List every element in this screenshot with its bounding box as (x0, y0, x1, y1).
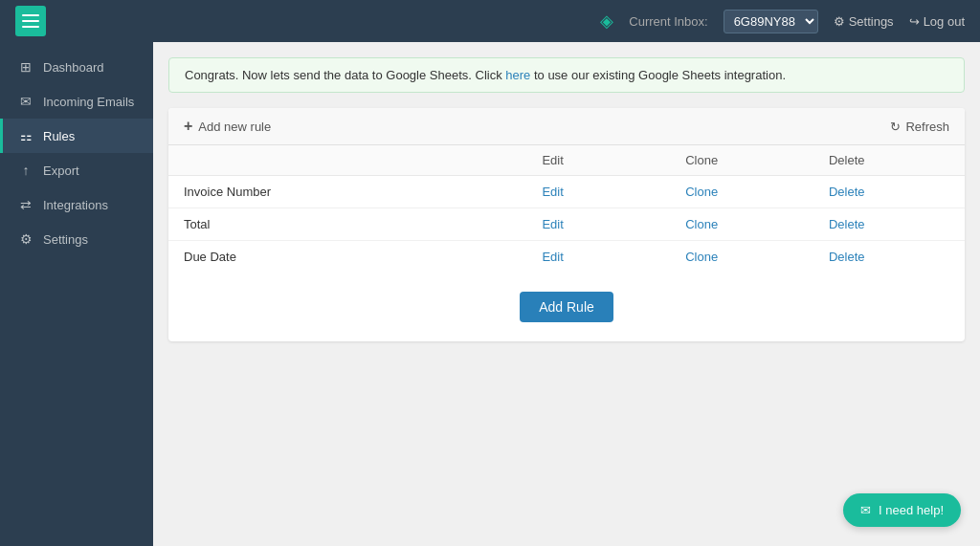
sidebar: ⊞ Dashboard ✉ Incoming Emails ⚏ Rules ↑ … (0, 42, 153, 546)
sidebar-item-export[interactable]: ↑ Export (0, 153, 153, 187)
sidebar-item-label: Rules (43, 129, 75, 143)
logout-icon: ↪ (909, 14, 920, 29)
brand-icon: ◈ (600, 11, 613, 32)
rule-edit-cell: Edit (526, 208, 670, 241)
sidebar-item-label: Dashboard (43, 60, 104, 75)
help-icon: ✉ (860, 503, 871, 517)
main-layout: ⊞ Dashboard ✉ Incoming Emails ⚏ Rules ↑ … (0, 42, 980, 546)
hamburger-button[interactable] (15, 6, 46, 36)
topbar: ◈ Current Inbox: 6G89NY88 ⚙ Settings ↪ L… (0, 0, 980, 42)
clone-rule-2-link[interactable]: Clone (685, 250, 718, 264)
delete-rule-1-link[interactable]: Delete (829, 217, 865, 231)
sidebar-item-label: Settings (43, 232, 88, 247)
col-header-name (168, 145, 526, 176)
rule-name: Due Date (168, 241, 526, 273)
hamburger-line (22, 26, 39, 28)
help-label: I need help! (879, 503, 944, 517)
sidebar-item-incoming-emails[interactable]: ✉ Incoming Emails (0, 84, 153, 119)
add-rule-submit-button[interactable]: Add Rule (520, 292, 613, 322)
sidebar-item-settings[interactable]: ⚙ Settings (0, 222, 153, 256)
email-icon: ✉ (18, 94, 33, 109)
sidebar-item-integrations[interactable]: ⇄ Integrations (0, 187, 153, 222)
hamburger-line (22, 14, 39, 16)
rule-clone-cell: Clone (670, 176, 813, 208)
rules-table: Edit Clone Delete Invoice NumberEditClon… (168, 145, 965, 273)
add-new-rule-button[interactable]: + Add new rule (184, 118, 271, 135)
topbar-right: ◈ Current Inbox: 6G89NY88 ⚙ Settings ↪ L… (600, 10, 965, 33)
col-header-delete: Delete (813, 145, 965, 176)
alert-text: Congrats. Now lets send the data to Goog… (185, 68, 505, 82)
sidebar-item-rules[interactable]: ⚏ Rules (0, 119, 153, 153)
sidebar-item-label: Incoming Emails (43, 95, 134, 109)
hamburger-line (22, 20, 39, 22)
delete-rule-2-link[interactable]: Delete (829, 250, 865, 264)
rule-clone-cell: Clone (670, 208, 813, 241)
gear-icon: ⚙ (834, 14, 845, 29)
help-button[interactable]: ✉ I need help! (843, 493, 961, 527)
topbar-left (15, 6, 46, 36)
table-row: Invoice NumberEditCloneDelete (168, 176, 965, 208)
edit-rule-2-link[interactable]: Edit (542, 250, 563, 264)
rules-panel: + Add new rule ↻ Refresh Edit Clone Dele… (168, 108, 965, 341)
dashboard-icon: ⊞ (18, 59, 33, 75)
settings-icon: ⚙ (18, 231, 33, 247)
alert-link[interactable]: here (505, 68, 530, 82)
sidebar-item-dashboard[interactable]: ⊞ Dashboard (0, 50, 153, 84)
clone-rule-1-link[interactable]: Clone (685, 217, 718, 231)
rule-name: Invoice Number (168, 176, 526, 208)
export-icon: ↑ (18, 163, 33, 178)
delete-rule-0-link[interactable]: Delete (829, 185, 865, 199)
col-header-clone: Clone (670, 145, 813, 176)
alert-banner: Congrats. Now lets send the data to Goog… (168, 57, 965, 93)
rule-edit-cell: Edit (526, 241, 670, 273)
settings-link[interactable]: ⚙ Settings (834, 14, 894, 29)
alert-text-after: to use our existing Google Sheets integr… (530, 68, 786, 82)
rule-edit-cell: Edit (526, 176, 670, 208)
refresh-icon: ↻ (890, 120, 901, 134)
rule-delete-cell: Delete (813, 241, 965, 273)
rules-icon: ⚏ (18, 128, 33, 143)
edit-rule-0-link[interactable]: Edit (542, 185, 563, 199)
inbox-select[interactable]: 6G89NY88 (724, 10, 818, 33)
add-new-rule-label: Add new rule (198, 120, 271, 134)
table-row: TotalEditCloneDelete (168, 208, 965, 241)
sidebar-item-label: Integrations (43, 198, 108, 212)
add-rule-footer: Add Rule (168, 273, 965, 341)
rules-toolbar: + Add new rule ↻ Refresh (168, 108, 965, 145)
col-header-edit: Edit (526, 145, 670, 176)
clone-rule-0-link[interactable]: Clone (685, 185, 718, 199)
rule-clone-cell: Clone (670, 241, 813, 273)
plus-icon: + (184, 118, 192, 135)
rule-delete-cell: Delete (813, 176, 965, 208)
rule-delete-cell: Delete (813, 208, 965, 241)
logout-link[interactable]: ↪ Log out (909, 14, 965, 29)
current-inbox-label: Current Inbox: (629, 14, 707, 29)
sidebar-item-label: Export (43, 164, 79, 178)
refresh-button[interactable]: ↻ Refresh (890, 120, 949, 134)
table-row: Due DateEditCloneDelete (168, 241, 965, 273)
refresh-label: Refresh (905, 120, 949, 134)
rule-name: Total (168, 208, 526, 241)
integrations-icon: ⇄ (18, 197, 33, 212)
edit-rule-1-link[interactable]: Edit (542, 217, 563, 231)
content-area: Congrats. Now lets send the data to Goog… (153, 42, 980, 546)
table-header-row: Edit Clone Delete (168, 145, 965, 176)
